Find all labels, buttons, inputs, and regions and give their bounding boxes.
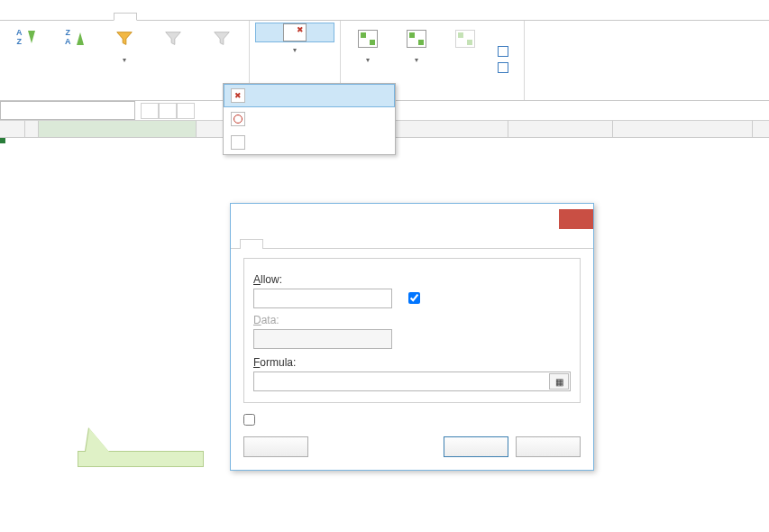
- sort-za-icon: [65, 28, 87, 50]
- clear-circles-icon: [231, 135, 245, 150]
- formula-input[interactable]: ▦: [253, 371, 571, 391]
- group-sort-filter: ▾: [0, 21, 250, 100]
- validation-criteria-fieldset: Allow: Data:: [243, 258, 581, 403]
- data-validation-dropdown: [223, 83, 396, 155]
- data-validation-dialog: Allow: Data:: [230, 203, 594, 471]
- ignore-blank-checkbox[interactable]: [408, 292, 425, 304]
- tab-view[interactable]: [159, 14, 180, 20]
- hide-detail-button[interactable]: [498, 62, 513, 73]
- apply-all-input[interactable]: [243, 414, 255, 426]
- callout-tip: [78, 451, 204, 467]
- cancel-formula-button[interactable]: [141, 103, 159, 119]
- apply-all-checkbox[interactable]: [243, 414, 581, 426]
- col-header-A[interactable]: [25, 121, 39, 137]
- col-header-B[interactable]: [39, 121, 197, 137]
- chevron-down-icon: ▾: [123, 57, 126, 65]
- select-all-corner[interactable]: [0, 121, 25, 137]
- range-picker-button[interactable]: ▦: [549, 373, 569, 390]
- dialog-titlebar[interactable]: [231, 204, 593, 234]
- dialog-tabs: [231, 234, 593, 249]
- ungroup-button[interactable]: ▾: [395, 23, 438, 96]
- dialog-tab-settings[interactable]: [240, 239, 263, 249]
- clear-all-button[interactable]: [243, 436, 308, 457]
- outline-detail-col: [492, 23, 518, 96]
- tab-file[interactable]: [5, 14, 27, 20]
- tab-review[interactable]: [137, 14, 159, 20]
- clear-icon: [163, 29, 183, 49]
- insert-function-button[interactable]: [177, 103, 195, 119]
- ribbon-tabs: [0, 0, 769, 20]
- ignore-blank-input[interactable]: [408, 292, 420, 304]
- data-validation-button[interactable]: ▾: [255, 23, 334, 42]
- name-box[interactable]: [0, 101, 135, 120]
- callout-bubble: [78, 451, 204, 467]
- active-cell-outline: [0, 138, 4, 142]
- tab-home[interactable]: [27, 14, 49, 20]
- sort-az-icon: [16, 28, 38, 50]
- group-sort-filter-label: [5, 96, 243, 100]
- allow-label: Allow:: [253, 273, 392, 286]
- chevron-down-icon: ▾: [293, 47, 297, 55]
- sort-za-button[interactable]: [54, 23, 97, 96]
- ungroup-icon: [407, 30, 426, 48]
- sort-az-button[interactable]: [5, 23, 49, 96]
- menu-clear-circles[interactable]: [224, 131, 395, 154]
- data-label: Data:: [253, 314, 392, 326]
- data-validation-icon: [283, 23, 307, 41]
- subtotal-button[interactable]: [444, 23, 487, 96]
- chevron-down-icon: ▾: [366, 57, 370, 65]
- col-header-D[interactable]: [384, 121, 508, 137]
- name-box-input[interactable]: [1, 105, 107, 117]
- tab-data[interactable]: [114, 13, 137, 21]
- menu-data-validation[interactable]: [224, 84, 395, 107]
- col-header-E[interactable]: [508, 121, 613, 137]
- clear-button[interactable]: [151, 23, 195, 96]
- accept-formula-button[interactable]: [159, 103, 177, 119]
- chevron-down-icon: ▾: [415, 57, 418, 65]
- cancel-button[interactable]: [516, 436, 581, 457]
- subtotal-icon: [455, 30, 475, 48]
- data-select: [253, 329, 392, 349]
- tab-insert[interactable]: [49, 14, 70, 20]
- reapply-icon: [212, 29, 232, 49]
- allow-select[interactable]: [253, 289, 392, 308]
- show-detail-button[interactable]: [498, 46, 513, 57]
- tab-page-layout[interactable]: [70, 14, 92, 20]
- plus-icon: [498, 46, 508, 57]
- circle-invalid-icon: [231, 112, 245, 126]
- dialog-close-button[interactable]: [559, 209, 593, 229]
- minus-icon: [498, 62, 508, 73]
- tab-formulas[interactable]: [92, 14, 114, 20]
- data-validation-menu-icon: [231, 88, 245, 103]
- dialog-tab-input-message[interactable]: [263, 238, 287, 248]
- funnel-icon: [114, 29, 134, 49]
- dialog-tab-error-alert[interactable]: [287, 238, 310, 248]
- ok-button[interactable]: [444, 436, 508, 457]
- group-icon: [358, 30, 378, 48]
- filter-button[interactable]: ▾: [103, 23, 146, 96]
- col-header-F[interactable]: [613, 121, 753, 137]
- formula-label: Formula:: [253, 356, 571, 369]
- menu-circle-invalid[interactable]: [224, 107, 395, 131]
